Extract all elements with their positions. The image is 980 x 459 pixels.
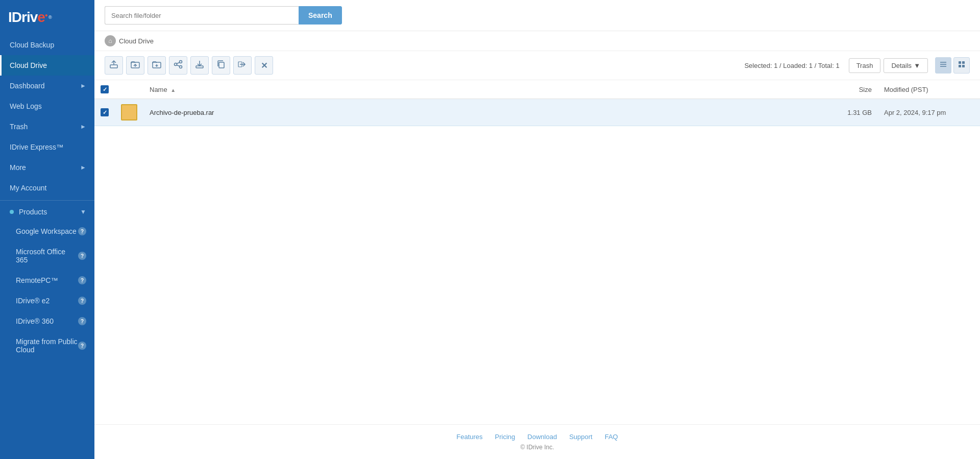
sidebar-item-label: Migrate from Public Cloud: [16, 337, 78, 354]
help-icon[interactable]: ?: [78, 227, 86, 235]
footer-links: FeaturesPricingDownloadSupportFAQ: [105, 433, 970, 441]
toolbar-details-button[interactable]: Details ▼: [884, 58, 928, 73]
table-row[interactable]: Archivo-de-prueba.rar 1.31 GB Apr 2, 202…: [94, 99, 980, 126]
svg-rect-19: [962, 65, 965, 67]
footer-link-features[interactable]: Features: [456, 433, 482, 441]
svg-rect-16: [959, 61, 961, 64]
upload-folder-icon: [131, 60, 140, 71]
svg-rect-18: [959, 65, 961, 67]
svg-rect-0: [110, 65, 117, 68]
help-icon[interactable]: ?: [78, 276, 86, 284]
upload-file-button[interactable]: [105, 56, 123, 75]
footer-link-faq[interactable]: FAQ: [605, 433, 618, 441]
download-icon: [195, 60, 204, 71]
sidebar-item-products[interactable]: Products ▼: [0, 203, 94, 221]
products-item-left: Products: [10, 208, 47, 216]
sidebar-item-idrive-express[interactable]: IDrive Express™: [0, 137, 94, 157]
share-icon: [174, 60, 183, 71]
row-checkbox[interactable]: [101, 108, 109, 116]
logo-trademark: ®: [48, 15, 52, 20]
toolbar-status: Selected: 1 / Loaded: 1 / Total: 1: [744, 62, 839, 69]
download-button[interactable]: [190, 56, 209, 75]
sidebar-item-label: Microsoft Office 365: [16, 248, 78, 264]
search-button[interactable]: Search: [299, 6, 342, 25]
sidebar-item-trash[interactable]: Trash ►: [0, 116, 94, 137]
footer-link-download[interactable]: Download: [527, 433, 557, 441]
delete-button[interactable]: ✕: [255, 56, 273, 75]
search-input[interactable]: [105, 6, 299, 25]
col-check-header: [94, 80, 115, 99]
copy-button[interactable]: [212, 56, 230, 75]
toolbar: ✕ Selected: 1 / Loaded: 1 / Total: 1 Tra…: [94, 51, 980, 80]
details-label: Details: [891, 62, 912, 69]
footer-link-pricing[interactable]: Pricing: [495, 433, 516, 441]
chevron-right-icon: ►: [80, 164, 86, 171]
sidebar-item-label: RemotePC™: [16, 276, 58, 284]
sidebar-item-web-logs[interactable]: Web Logs: [0, 96, 94, 116]
svg-line-8: [177, 63, 180, 64]
upload-file-icon: [109, 60, 118, 71]
help-icon[interactable]: ?: [78, 317, 86, 325]
sidebar-item-more[interactable]: More ►: [0, 157, 94, 178]
sidebar-item-label: My Account: [10, 184, 46, 192]
toolbar-trash-button[interactable]: Trash: [849, 58, 881, 73]
sidebar-item-label: Products: [19, 208, 47, 216]
search-bar: Search: [94, 0, 980, 31]
sort-arrow-icon: ▲: [170, 87, 176, 93]
sidebar-item-cloud-backup[interactable]: Cloud Backup: [0, 35, 94, 55]
help-icon[interactable]: ?: [78, 297, 86, 305]
sidebar-item-label: IDrive® e2: [16, 297, 50, 305]
svg-line-9: [177, 65, 180, 66]
col-modified-header: Modified (PST): [878, 80, 980, 99]
svg-point-5: [180, 61, 182, 63]
sidebar-item-label: Trash: [10, 123, 28, 131]
file-table-body: Archivo-de-prueba.rar 1.31 GB Apr 2, 202…: [94, 99, 980, 126]
move-button[interactable]: [233, 56, 252, 75]
list-view-button[interactable]: [935, 57, 951, 74]
help-icon[interactable]: ?: [78, 342, 86, 350]
copy-icon: [216, 60, 226, 71]
sidebar-item-dashboard[interactable]: Dashboard ►: [0, 76, 94, 96]
svg-rect-17: [962, 61, 965, 64]
sidebar-item-label: Cloud Backup: [10, 41, 54, 49]
breadcrumb-home-icon[interactable]: ⌂: [105, 35, 116, 46]
col-name-header[interactable]: Name ▲: [143, 80, 817, 99]
sidebar-item-cloud-drive[interactable]: Cloud Drive: [0, 55, 94, 76]
col-icon-header: [115, 80, 143, 99]
main-content: Search ⌂ Cloud Drive: [94, 0, 980, 459]
svg-point-7: [180, 66, 182, 68]
col-size-header: Size: [817, 80, 878, 99]
file-modified: Apr 2, 2024, 9:17 pm: [878, 99, 980, 126]
help-icon[interactable]: ?: [78, 252, 86, 260]
close-icon: ✕: [261, 61, 267, 70]
sidebar-item-google-workspace[interactable]: Google Workspace ?: [0, 221, 94, 241]
grid-view-button[interactable]: [953, 57, 970, 74]
sidebar-item-idrive-e2[interactable]: IDrive® e2 ?: [0, 291, 94, 311]
footer-link-support[interactable]: Support: [569, 433, 593, 441]
products-dot: [10, 210, 14, 214]
move-icon: [238, 60, 247, 71]
sidebar-item-microsoft-office[interactable]: Microsoft Office 365 ?: [0, 241, 94, 270]
chevron-right-icon: ►: [80, 82, 86, 89]
upload-folder-button[interactable]: [126, 56, 144, 75]
sidebar-item-label: More: [10, 163, 26, 172]
file-size: 1.31 GB: [817, 99, 878, 126]
logo-text: IDrive●: [8, 9, 47, 26]
sidebar-item-migrate-cloud[interactable]: Migrate from Public Cloud ?: [0, 331, 94, 360]
sidebar-item-my-account[interactable]: My Account: [0, 178, 94, 198]
sidebar-item-idrive-360[interactable]: IDrive® 360 ?: [0, 311, 94, 331]
file-table: Name ▲ Size Modified (PST) Archivo-de-pr…: [94, 80, 980, 126]
new-folder-button[interactable]: [148, 56, 166, 75]
sidebar-item-remotepc[interactable]: RemotePC™ ?: [0, 270, 94, 291]
select-all-checkbox[interactable]: [101, 85, 109, 93]
footer: FeaturesPricingDownloadSupportFAQ © IDri…: [94, 424, 980, 459]
file-icon: [121, 104, 137, 120]
col-name-label: Name: [150, 86, 167, 93]
sidebar-item-label: IDrive Express™: [10, 143, 63, 151]
svg-rect-11: [219, 62, 224, 68]
sidebar-item-label: Web Logs: [10, 102, 42, 110]
share-button[interactable]: [169, 56, 187, 75]
list-view-icon: [939, 60, 947, 70]
breadcrumb: ⌂ Cloud Drive: [94, 31, 980, 51]
file-table-area: Name ▲ Size Modified (PST) Archivo-de-pr…: [94, 80, 980, 424]
